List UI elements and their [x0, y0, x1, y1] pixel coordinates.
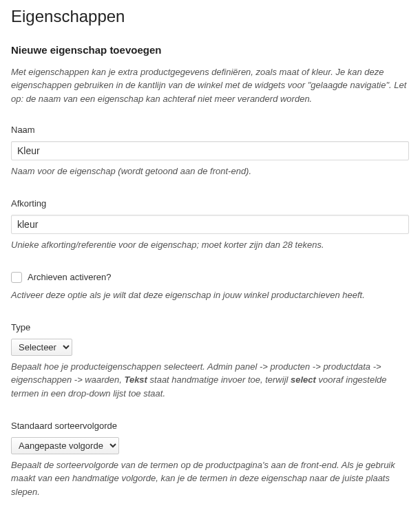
slug-help: Unieke afkorting/referentie voor de eige…: [11, 238, 409, 252]
page-title: Eigenschappen: [11, 4, 409, 29]
type-help: Bepaalt hoe je producteigenschappen sele…: [11, 360, 409, 401]
field-order: Standaard sorteervolgorde Aangepaste vol…: [11, 419, 409, 498]
name-label: Naam: [11, 123, 409, 137]
type-select[interactable]: Selecteer: [11, 339, 72, 356]
intro-text: Met eigenschappen kan je extra productge…: [11, 65, 409, 106]
archives-label: Archieven activeren?: [28, 271, 111, 284]
slug-label: Afkorting: [11, 197, 409, 211]
slug-input[interactable]: [11, 215, 409, 234]
order-label: Standaard sorteervolgorde: [11, 419, 409, 433]
field-type: Type Selecteer Bepaalt hoe je producteig…: [11, 321, 409, 400]
order-help: Bepaalt de sorteervolgorde van de termen…: [11, 458, 409, 499]
archives-checkbox[interactable]: [11, 272, 22, 283]
type-label: Type: [11, 321, 409, 335]
name-input[interactable]: [11, 141, 409, 160]
order-select[interactable]: Aangepaste volgorde: [11, 437, 119, 454]
name-help: Naam voor de eigenschap (wordt getoond a…: [11, 165, 409, 178]
field-archives: Archieven activeren? Activeer deze optie…: [11, 271, 409, 301]
field-slug: Afkorting Unieke afkorting/referentie vo…: [11, 197, 409, 251]
field-name: Naam Naam voor de eigenschap (wordt geto…: [11, 123, 409, 178]
archives-help: Activeer deze optie als je wilt dat deze…: [11, 288, 409, 302]
form-heading: Nieuwe eigenschap toevoegen: [11, 43, 409, 59]
